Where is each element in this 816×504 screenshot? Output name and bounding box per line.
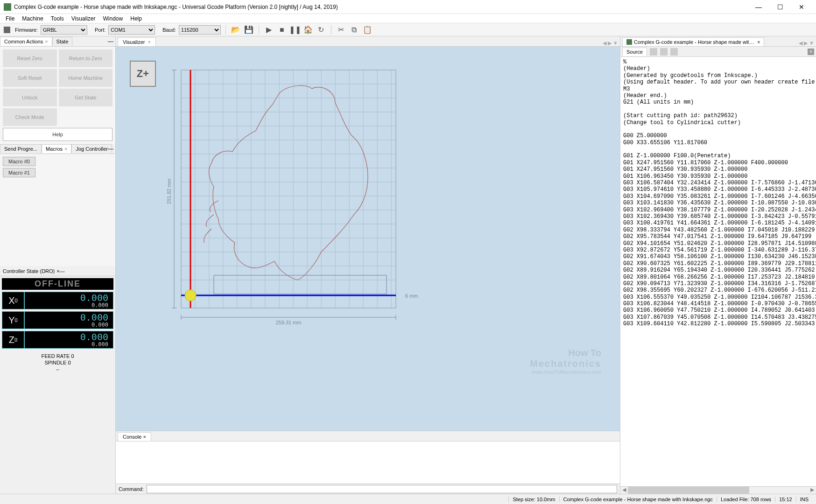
close-icon[interactable]: × [757,39,760,45]
offset-label: 6 mm [405,293,418,299]
tab-state[interactable]: State [52,37,73,46]
axis-work-value: 0.000 [29,293,108,302]
visualizer-canvas[interactable]: Z+ [116,47,620,431]
minimize-panel-icon[interactable]: — [108,38,113,45]
svg-rect-34 [214,275,387,294]
macros-panel: Macro #0 Macro #1 [0,154,115,266]
port-select[interactable]: COM1 [108,25,155,35]
close-icon[interactable]: × [148,39,151,45]
unlock-button[interactable]: Unlock [3,89,57,106]
tab-nav-arrows[interactable]: ◀ ▶ ▼ [799,40,814,46]
save-icon[interactable]: 💾 [244,25,254,35]
right-column: Complex G-code example - Horse shape mad… [620,36,816,494]
history-back-icon[interactable] [650,48,657,56]
feed-rate-label: FEED RATE 0 [2,353,113,359]
tab-console[interactable]: Console × [118,432,151,441]
command-row: Command: [116,483,620,494]
refresh-icon[interactable]: ↻ [316,25,326,35]
scroll-left-icon[interactable]: ◀ [620,487,628,494]
menu-file[interactable]: File [2,14,18,23]
return-to-zero-button[interactable]: Return to Zero [59,49,113,67]
axis-row-z[interactable]: Z0 0.0000.000 [2,331,113,349]
minimize-button[interactable]: — [752,2,766,12]
axis-label: Y0 [2,312,25,329]
get-state-button[interactable]: Get State [59,89,113,106]
titlebar: Complex G-code example - Horse shape mad… [0,0,816,14]
toolbar: Firmware: GRBL Port: COM1 Baud: 115200 📂… [0,23,816,36]
axis-machine-value: 0.000 [29,302,108,308]
baud-label: Baud: [162,27,176,33]
spindle-label: SPINDLE 0 [2,360,113,365]
home-icon[interactable]: 🏠 [303,25,313,35]
port-label: Port: [95,27,106,33]
status-cursor: 15:12 [775,497,796,502]
dro-extras: FEED RATE 0 SPINDLE 0 -- [2,349,113,372]
soft-reset-button[interactable]: Soft Reset [3,69,57,87]
axis-machine-value: 0.000 [29,322,108,328]
tab-send-progress[interactable]: Send Progre... [0,144,42,153]
source-tab[interactable]: Source [622,48,647,56]
tab-source-file[interactable]: Complex G-code example - Horse shape mad… [622,37,764,46]
check-mode-button[interactable]: Check Mode [3,108,57,126]
firmware-select[interactable]: GRBL [41,25,87,35]
menubar: File Machine Tools Visualizer Window Hel… [0,14,816,23]
dro-dash: -- [2,366,113,372]
window-title: Complex G-code example - Horse shape mad… [14,4,752,10]
copy-icon[interactable]: ⧉ [349,25,359,35]
axis-row-x[interactable]: X0 0.0000.000 [2,292,113,309]
tab-macros[interactable]: Macros× [42,144,72,153]
settings-icon[interactable] [670,48,678,56]
macro-0-button[interactable]: Macro #0 [3,157,35,166]
paste-icon[interactable]: 📋 [362,25,373,35]
tab-visualizer[interactable]: Visualizer× [118,37,156,46]
pause-icon[interactable]: ❚❚ [290,25,300,35]
svg-point-35 [185,290,196,301]
menu-tools[interactable]: Tools [47,14,68,23]
width-label: 259.31 mm [275,320,301,325]
close-icon[interactable]: × [45,39,48,44]
dro-panel: OFF-LINE X0 0.0000.000Y0 0.0000.000Z0 0.… [0,276,115,375]
home-machine-button[interactable]: Home Machine [59,69,113,87]
macros-tabs: Send Progre... Macros× Jog Controller — [0,144,115,154]
menu-machine[interactable]: Machine [18,14,47,23]
close-editor-icon[interactable]: × [808,49,814,55]
stop-icon[interactable]: ■ [277,25,287,35]
main-area: Common Actions× State — Reset Zero Retur… [0,36,816,494]
open-icon[interactable]: 📂 [231,25,241,35]
reset-zero-button[interactable]: Reset Zero [3,49,57,67]
statusbar: Step size: 10.0mm Complex G-code example… [0,494,816,504]
cut-icon[interactable]: ✂ [336,25,346,35]
history-fwd-icon[interactable] [660,48,668,56]
close-button[interactable]: ✕ [795,2,809,12]
scroll-thumb[interactable] [628,487,749,494]
scroll-right-icon[interactable]: ▶ [809,487,816,494]
close-icon[interactable]: × [141,434,146,440]
axis-work-value: 0.000 [29,313,108,322]
dro-status: OFF-LINE [2,278,113,290]
axis-machine-value: 0.000 [29,342,108,347]
minimize-panel-icon[interactable]: — [60,268,65,274]
minimize-panel-icon[interactable]: — [108,146,113,152]
tab-nav-arrows[interactable]: ◀ ▶ ▼ [603,40,618,46]
common-actions-tabs: Common Actions× State — [0,36,115,47]
close-icon[interactable]: × [64,146,67,152]
macro-1-button[interactable]: Macro #1 [3,168,35,177]
firmware-icon [4,27,10,33]
gcode-source[interactable]: % (Header) (Generated by gcodetools from… [620,57,816,486]
menu-visualizer[interactable]: Visualizer [68,14,99,23]
horizontal-scrollbar[interactable]: ◀ ▶ [620,486,816,494]
z-plus-button[interactable]: Z+ [130,61,156,87]
maximize-button[interactable]: ☐ [773,2,787,12]
menu-help[interactable]: Help [127,14,146,23]
command-input[interactable] [147,485,617,493]
tab-common-actions[interactable]: Common Actions× [0,37,52,46]
command-label: Command: [119,486,144,492]
menu-window[interactable]: Window [99,14,127,23]
play-icon[interactable]: ▶ [264,25,274,35]
console-panel: Console × Command: [116,431,620,494]
tab-jog-controller[interactable]: Jog Controller [71,144,112,153]
baud-select[interactable]: 115200 [179,25,221,35]
help-button[interactable]: Help [3,128,113,141]
axis-work-value: 0.000 [29,332,108,342]
axis-row-y[interactable]: Y0 0.0000.000 [2,311,113,329]
